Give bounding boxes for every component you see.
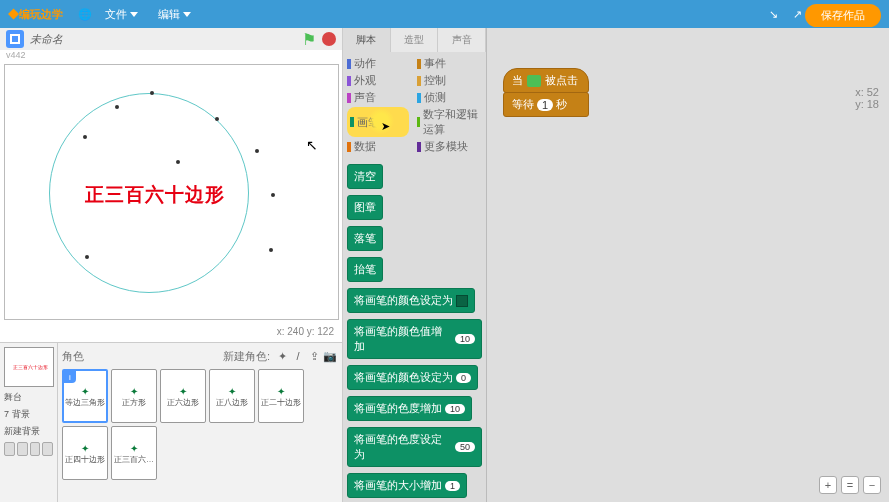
- category-0[interactable]: 动作: [347, 56, 409, 71]
- tab-costumes[interactable]: 造型: [391, 28, 439, 52]
- version-label: v442: [0, 50, 342, 60]
- category-8[interactable]: 数据: [347, 139, 409, 154]
- turtle-icon: ✦: [277, 386, 285, 397]
- pen-block[interactable]: 将画笔的色度增加10: [347, 396, 472, 421]
- sprite-item[interactable]: ✦正六边形: [160, 369, 206, 423]
- sprite-item[interactable]: ✦正三百六…: [111, 426, 157, 480]
- stage-thumbnail[interactable]: 正三百六十边形: [4, 347, 54, 387]
- stage-text: 正三百六十边形: [85, 182, 225, 208]
- category-6[interactable]: 画笔: [347, 107, 409, 137]
- when-flag-clicked-block[interactable]: 当 被点击: [503, 68, 589, 93]
- save-button[interactable]: 保存作品: [805, 4, 881, 27]
- wait-block[interactable]: 等待 1 秒: [503, 92, 589, 117]
- sprite-name: 正方形: [122, 399, 146, 407]
- new-bg-label: 新建背景: [4, 425, 53, 438]
- stage-header: ⚑: [0, 28, 342, 50]
- sprite-name: 正六边形: [167, 399, 199, 407]
- stage-thumb-label: 舞台: [4, 391, 53, 404]
- sprite-item[interactable]: i✦等边三角形: [62, 369, 108, 423]
- upload-sprite-icon[interactable]: ⇪: [306, 348, 322, 364]
- project-title-input[interactable]: [30, 33, 296, 45]
- category-3[interactable]: 控制: [417, 73, 479, 88]
- stop-icon[interactable]: [322, 32, 336, 46]
- turtle-icon: ✦: [179, 386, 187, 397]
- pen-block[interactable]: 抬笔: [347, 257, 383, 282]
- sprite-name: 正四十边形: [65, 456, 105, 464]
- turtle-icon: ✦: [81, 443, 89, 454]
- zoom-in-icon[interactable]: +: [819, 476, 837, 494]
- pen-block[interactable]: 落笔: [347, 226, 383, 251]
- script-x-label: x: 52: [855, 86, 879, 98]
- turtle-icon: ✦: [130, 443, 138, 454]
- sprites-label: 角色: [62, 349, 84, 364]
- turtle-icon: ✦: [228, 386, 236, 397]
- turtle-icon: ✦: [130, 386, 138, 397]
- pen-block[interactable]: 将画笔的颜色设定为: [347, 288, 475, 313]
- info-icon[interactable]: i: [64, 371, 76, 383]
- category-7[interactable]: 数字和逻辑运算: [417, 107, 479, 137]
- script-canvas[interactable]: x: 52 y: 18 当 被点击 等待 1 秒 + = −: [487, 28, 889, 502]
- choose-bg-icon[interactable]: [4, 442, 15, 456]
- category-2[interactable]: 外观: [347, 73, 409, 88]
- category-1[interactable]: 事件: [417, 56, 479, 71]
- cursor-icon: ➤: [381, 120, 390, 133]
- choose-sprite-icon[interactable]: ✦: [274, 348, 290, 364]
- pen-block[interactable]: 将画笔的颜色设定为0: [347, 365, 478, 390]
- top-toolbar: ◆编玩边学 🌐 文件 编辑 ↘ ↗ ⛶ ✕ ?: [0, 0, 889, 28]
- camera-sprite-icon[interactable]: 📷: [322, 348, 338, 364]
- globe-icon[interactable]: 🌐: [73, 2, 97, 26]
- camera-bg-icon[interactable]: [42, 442, 53, 456]
- cursor-icon: ↖: [306, 137, 318, 153]
- category-4[interactable]: 声音: [347, 90, 409, 105]
- script-y-label: y: 18: [855, 98, 879, 110]
- sprite-name: 正二十边形: [261, 399, 301, 407]
- tab-sounds[interactable]: 声音: [438, 28, 486, 52]
- pen-block[interactable]: 将画笔的颜色值增加10: [347, 319, 482, 359]
- menu-edit[interactable]: 编辑: [150, 4, 199, 25]
- stage-view-icon[interactable]: [6, 30, 24, 48]
- sprite-item[interactable]: ✦正方形: [111, 369, 157, 423]
- turtle-icon: ✦: [81, 386, 89, 397]
- menu-file[interactable]: 文件: [97, 4, 146, 25]
- sprite-item[interactable]: ✦正二十边形: [258, 369, 304, 423]
- script-stack[interactable]: 当 被点击 等待 1 秒: [503, 68, 589, 117]
- stage-coords: x: 240 y: 122: [0, 324, 342, 342]
- sprite-item[interactable]: ✦正四十边形: [62, 426, 108, 480]
- shrink-icon[interactable]: ↘: [761, 2, 785, 26]
- paint-sprite-icon[interactable]: /: [290, 348, 306, 364]
- flag-icon: [527, 75, 541, 87]
- sprite-name: 正三百六…: [114, 456, 154, 464]
- zoom-out-icon[interactable]: −: [863, 476, 881, 494]
- upload-bg-icon[interactable]: [30, 442, 41, 456]
- tab-scripts[interactable]: 脚本: [343, 28, 391, 52]
- sprite-name: 正八边形: [216, 399, 248, 407]
- green-flag-icon[interactable]: ⚑: [302, 30, 316, 49]
- pen-block[interactable]: 清空: [347, 164, 383, 189]
- new-sprite-label: 新建角色:: [223, 349, 270, 364]
- sprite-item[interactable]: ✦正八边形: [209, 369, 255, 423]
- zoom-reset-icon[interactable]: =: [841, 476, 859, 494]
- pen-block[interactable]: 将画笔的色度设定为50: [347, 427, 482, 467]
- paint-bg-icon[interactable]: [17, 442, 28, 456]
- sprite-name: 等边三角形: [65, 399, 105, 407]
- logo: ◆编玩边学: [8, 6, 63, 22]
- pen-block[interactable]: 将画笔的大小增加1: [347, 473, 467, 498]
- stage-canvas[interactable]: 正三百六十边形 ↖: [4, 64, 339, 320]
- stage-thumb-sub: 7 背景: [4, 408, 53, 421]
- pen-block[interactable]: 图章: [347, 195, 383, 220]
- category-5[interactable]: 侦测: [417, 90, 479, 105]
- category-9[interactable]: 更多模块: [417, 139, 479, 154]
